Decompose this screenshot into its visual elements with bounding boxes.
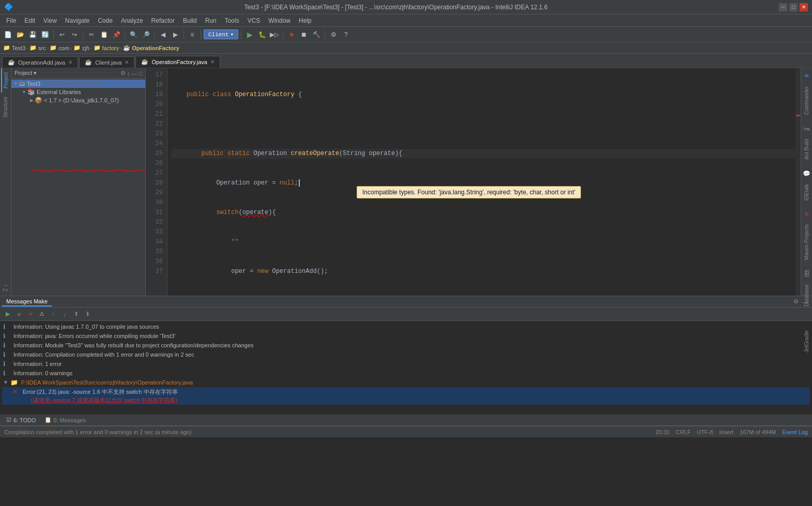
scroll-up-btn[interactable]: ↑ bbox=[49, 310, 58, 319]
sync-button[interactable]: 🔄 bbox=[39, 29, 51, 40]
bottom-settings-btn[interactable]: ⚙ bbox=[791, 297, 801, 306]
breadcrumb-test3[interactable]: 📁 Test3 bbox=[3, 44, 25, 51]
undo-button[interactable]: ↩ bbox=[56, 29, 68, 40]
breadcrumb-src[interactable]: 📁 src bbox=[29, 44, 46, 51]
maximize-button[interactable]: □ bbox=[789, 3, 798, 11]
tab-client[interactable]: ☕ Client.java ✕ bbox=[79, 56, 134, 68]
tab-operation-factory[interactable]: ☕ OperationFactory.java ✕ bbox=[135, 56, 220, 68]
commander-icon[interactable]: ⌨ bbox=[805, 72, 808, 80]
close-button[interactable]: ✕ bbox=[800, 3, 808, 11]
menu-vcs[interactable]: VCS bbox=[243, 16, 265, 25]
sidebar-scroll-btn[interactable]: ↕ bbox=[127, 70, 130, 76]
menu-code[interactable]: Code bbox=[94, 16, 117, 25]
breadcrumb-file[interactable]: ☕ OperationFactory bbox=[123, 44, 179, 51]
structure-button[interactable]: ≡ bbox=[187, 29, 198, 40]
todo-tab[interactable]: ☑ 6: TODO bbox=[2, 416, 40, 424]
run-make-btn[interactable]: ▶ bbox=[3, 310, 12, 319]
menu-tools[interactable]: Tools bbox=[221, 16, 243, 25]
build-button[interactable]: 🔨 bbox=[311, 29, 322, 40]
memory-indicator[interactable]: 167M of 494M bbox=[740, 429, 776, 435]
menu-view[interactable]: View bbox=[39, 16, 61, 25]
tree-item-jdk[interactable]: ▶ 📦 < 1.7 > (D:\Java_jdk1.7.0_07) bbox=[11, 96, 145, 104]
tree-item-ext-libs[interactable]: ▼ 📚 External Libraries bbox=[11, 88, 145, 96]
msg-line-4[interactable]: ℹ Information: Compilation completed wit… bbox=[2, 350, 810, 359]
save-button[interactable]: 💾 bbox=[27, 29, 38, 40]
cut-button[interactable]: ✂ bbox=[86, 29, 97, 40]
make-all-btn[interactable]: ≡ bbox=[14, 310, 24, 319]
warning-nav-btn[interactable]: ⚠ bbox=[37, 310, 47, 319]
menu-window[interactable]: Window bbox=[264, 16, 295, 25]
idetalk-icon[interactable]: 💬 bbox=[803, 170, 810, 178]
menu-edit[interactable]: Edit bbox=[20, 16, 39, 25]
error-nav-btn[interactable]: ✕ bbox=[26, 310, 35, 319]
paste-button[interactable]: 📌 bbox=[111, 29, 122, 40]
line-ending[interactable]: CRLF bbox=[676, 429, 691, 435]
tab-operation-add[interactable]: ☕ OperationAdd.java ✕ bbox=[2, 56, 78, 68]
cursor-position[interactable]: 20:31 bbox=[655, 429, 670, 435]
msg-line-6[interactable]: ℹ Information: 0 warnings bbox=[2, 369, 810, 378]
database-icon[interactable]: 🗄 bbox=[804, 270, 810, 278]
next-button[interactable]: ▶ bbox=[170, 29, 181, 40]
stop-all-button[interactable]: ⏹ bbox=[298, 29, 310, 40]
tree-arrow-test3[interactable]: ▼ bbox=[13, 81, 18, 86]
z-tab[interactable]: Z ↕ bbox=[2, 280, 9, 296]
menu-run[interactable]: Run bbox=[201, 16, 221, 25]
msg-line-3[interactable]: ℹ Information: Module "Test3" was fully … bbox=[2, 341, 810, 350]
msg-line-1[interactable]: ℹ Information: Using javac 1.7.0_07 to c… bbox=[2, 322, 810, 331]
stop-button[interactable]: ■ bbox=[286, 29, 297, 40]
msg-line-7[interactable]: ▼ 📁 F:\IDEA WorkSpace\Test3\src\com\zjh\… bbox=[2, 378, 810, 387]
maven-icon[interactable]: m bbox=[805, 211, 808, 218]
project-tab[interactable]: Project bbox=[1, 68, 10, 93]
menu-build[interactable]: Build bbox=[179, 16, 201, 25]
event-log-link[interactable]: Event Log bbox=[782, 429, 808, 435]
settings-button[interactable]: ⚙ bbox=[328, 29, 339, 40]
scroll-down-btn[interactable]: ↓ bbox=[60, 310, 69, 319]
right-tab-commander[interactable]: Commander bbox=[803, 82, 810, 119]
menu-refactor[interactable]: Refactor bbox=[147, 16, 179, 25]
sidebar-hide-btn[interactable]: — bbox=[131, 70, 137, 76]
tab-close-client[interactable]: ✕ bbox=[125, 59, 129, 65]
messages-make-tab[interactable]: Messages Make bbox=[2, 297, 52, 306]
right-tab-ant[interactable]: Ant Build bbox=[803, 135, 810, 164]
code-editor[interactable]: 17 18 19 20 21 22 23 24 25 26 27 28 29 3… bbox=[146, 68, 801, 296]
help-tb-button[interactable]: ? bbox=[340, 29, 351, 40]
msg-line-2[interactable]: ℹ Information: java: Errors occurred whi… bbox=[2, 331, 810, 341]
run-button[interactable]: ▶ bbox=[244, 29, 255, 40]
tree-arrow-jdk[interactable]: ▶ bbox=[30, 98, 34, 103]
right-tab-gradle[interactable]: JetGradle bbox=[803, 326, 810, 357]
open-button[interactable]: 📂 bbox=[14, 29, 26, 40]
right-tab-database[interactable]: Database bbox=[803, 280, 810, 311]
messages-tab[interactable]: 📋 0: Messages bbox=[40, 416, 90, 424]
sidebar-settings-btn[interactable]: ⚙ bbox=[120, 70, 126, 76]
msg-line-5[interactable]: ℹ Information: 1 error bbox=[2, 359, 810, 369]
replace-button[interactable]: 🔎 bbox=[140, 29, 151, 40]
new-project-button[interactable]: 📄 bbox=[2, 29, 13, 40]
code-content[interactable]: public class OperationFactory { public s… bbox=[167, 68, 801, 296]
tree-item-test3[interactable]: ▼ 🗂 Test3 F:\IDEA WorkSpace\Test3 bbox=[11, 80, 145, 88]
breadcrumb-com[interactable]: 📁 com bbox=[50, 44, 69, 51]
breadcrumb-zjh[interactable]: 📁 zjh bbox=[73, 44, 89, 51]
scroll-up2-btn[interactable]: ⬆ bbox=[71, 310, 81, 319]
right-tab-maven[interactable]: Maven Projects bbox=[803, 220, 810, 264]
file-encoding[interactable]: UTF-8 bbox=[697, 429, 713, 435]
minimize-button[interactable]: ─ bbox=[779, 3, 787, 11]
tab-close-factory[interactable]: ✕ bbox=[210, 59, 215, 65]
sidebar-expand-btn[interactable]: □ bbox=[139, 70, 142, 76]
right-tab-idetalk[interactable]: IDEtalk bbox=[803, 180, 810, 205]
debug-button[interactable]: 🐛 bbox=[256, 29, 268, 40]
menu-analyze[interactable]: Analyze bbox=[117, 16, 147, 25]
tree-arrow-ext-libs[interactable]: ▼ bbox=[22, 89, 26, 95]
scroll-down2-btn[interactable]: ⬇ bbox=[83, 310, 92, 319]
find-button[interactable]: 🔍 bbox=[128, 29, 139, 40]
structure-tab[interactable]: Structure bbox=[2, 93, 9, 122]
run-coverage-button[interactable]: ▶▷ bbox=[269, 29, 280, 40]
breadcrumb-factory[interactable]: 📁 factory bbox=[94, 44, 119, 51]
copy-button[interactable]: 📋 bbox=[98, 29, 110, 40]
folder-expand-7[interactable]: ▼ bbox=[3, 378, 8, 387]
run-config-selector[interactable]: Client ▾ bbox=[204, 29, 238, 39]
menu-file[interactable]: File bbox=[2, 16, 20, 25]
menu-help[interactable]: Help bbox=[295, 16, 316, 25]
tab-close-add[interactable]: ✕ bbox=[68, 59, 72, 65]
insert-mode[interactable]: Insert bbox=[719, 429, 734, 435]
menu-navigate[interactable]: Navigate bbox=[61, 16, 94, 25]
